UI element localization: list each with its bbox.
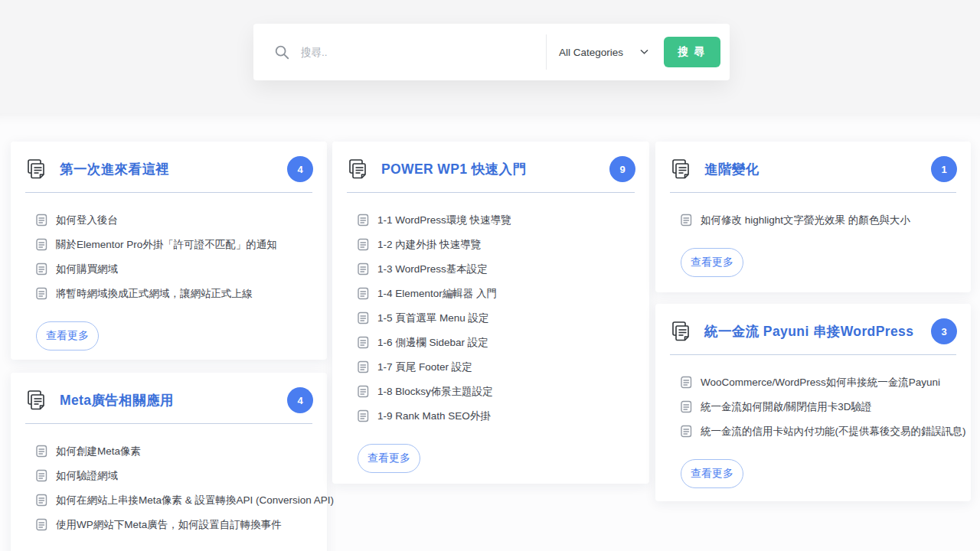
- document-pages-icon: [670, 321, 693, 342]
- article-list-item[interactable]: 統一金流的信用卡站內付功能(不提供幕後交易的錯誤訊息): [681, 425, 957, 438]
- document-pages-icon: [25, 158, 48, 180]
- article-list-item[interactable]: 如何在網站上串接Meta像素 & 設置轉換API (Conversion API…: [36, 494, 313, 507]
- card-title[interactable]: POWER WP1 快速入門: [381, 160, 526, 178]
- article-list: 如何創建Meta像素 如何驗證網域 如何在網站上串接Meta像素 & 設置轉換A…: [11, 424, 327, 531]
- view-more-button[interactable]: 查看更多: [681, 459, 743, 488]
- article-list-item[interactable]: 統一金流如何開啟/關閉信用卡3D驗證: [681, 400, 957, 413]
- article-count-badge: 3: [931, 318, 957, 344]
- article-list-item[interactable]: 使用WP網站下Meta廣告，如何設置自訂轉換事件: [36, 518, 313, 531]
- article-list-item[interactable]: 如何創建Meta像素: [36, 445, 313, 458]
- article-list-item[interactable]: 如何驗證網域: [36, 469, 313, 482]
- card-title[interactable]: 統一金流 Payuni 串接WordPress: [704, 322, 913, 341]
- article-title: 1-9 Rank Math SEO外掛: [377, 410, 491, 422]
- article-title: 使用WP網站下Meta廣告，如何設置自訂轉換事件: [56, 519, 282, 531]
- article-title: 1-2 內建外掛 快速導覽: [377, 239, 481, 251]
- category-card: Meta廣告相關應用 4 如何創建Meta像素 如何驗證網域: [11, 373, 327, 551]
- document-icon: [358, 214, 369, 227]
- article-list-item[interactable]: 1-6 側邊欄 Sidebar 設定: [358, 336, 635, 349]
- card-header: 統一金流 Payuni 串接WordPress 3: [655, 304, 971, 344]
- article-count-badge: 4: [287, 156, 313, 182]
- category-card: 第一次進來看這裡 4 如何登入後台 關於Elementor Pro外掛「許可證不…: [11, 142, 327, 360]
- view-more-button[interactable]: 查看更多: [36, 321, 99, 350]
- article-title: 關於Elementor Pro外掛「許可證不匹配」的通知: [56, 239, 277, 251]
- document-icon: [36, 445, 47, 458]
- document-pages-icon: [347, 158, 370, 180]
- article-list-item[interactable]: 1-2 內建外掛 快速導覽: [358, 238, 635, 251]
- search-icon: [273, 44, 290, 60]
- card-header: POWER WP1 快速入門 9: [332, 142, 649, 182]
- article-list-item[interactable]: 關於Elementor Pro外掛「許可證不匹配」的通知: [36, 238, 313, 251]
- article-list-item[interactable]: WooCommerce/WordPress如何串接統一金流Payuni: [681, 376, 957, 389]
- document-icon: [358, 336, 369, 349]
- article-title: 如何登入後台: [56, 214, 118, 227]
- article-title: 1-7 頁尾 Footer 設定: [377, 361, 472, 373]
- article-list-item[interactable]: 1-8 Blocksy佈景主題設定: [358, 385, 635, 398]
- article-list-item[interactable]: 1-3 WordPress基本設定: [358, 262, 635, 276]
- article-title: 如何購買網域: [56, 263, 118, 276]
- document-icon: [681, 214, 692, 227]
- article-title: 1-1 WordPress環境 快速導覽: [377, 214, 511, 227]
- document-icon: [36, 262, 47, 276]
- card-title[interactable]: Meta廣告相關應用: [60, 391, 174, 409]
- document-icon: [358, 262, 369, 276]
- document-icon: [358, 385, 369, 398]
- document-icon: [681, 400, 692, 413]
- document-icon: [681, 376, 692, 389]
- chevron-down-icon: [640, 49, 648, 55]
- article-title: WooCommerce/WordPress如何串接統一金流Payuni: [701, 377, 940, 389]
- article-list-item[interactable]: 1-5 頁首選單 Menu 設定: [358, 311, 635, 324]
- article-list: 1-1 WordPress環境 快速導覽 1-2 內建外掛 快速導覽 1-3 W…: [332, 193, 649, 422]
- category-card: 進階變化 1 如何修改 highlight文字螢光效果 的顏色與大小 查看更多: [655, 142, 971, 292]
- document-icon: [358, 409, 369, 422]
- category-card: 統一金流 Payuni 串接WordPress 3 WooCommerce/Wo…: [655, 304, 971, 501]
- document-icon: [36, 214, 47, 227]
- document-pages-icon: [25, 390, 48, 411]
- category-dropdown[interactable]: All Categories: [547, 47, 664, 58]
- article-count-badge: 4: [287, 387, 313, 413]
- view-more-button[interactable]: 查看更多: [681, 248, 743, 277]
- article-title: 1-6 側邊欄 Sidebar 設定: [377, 337, 488, 349]
- search-input[interactable]: [301, 47, 546, 58]
- article-list: WooCommerce/WordPress如何串接統一金流Payuni 統一金流…: [655, 355, 971, 438]
- search-submit-button[interactable]: 搜 尋: [664, 37, 720, 67]
- document-icon: [36, 518, 47, 531]
- card-title[interactable]: 進階變化: [704, 160, 760, 178]
- document-icon: [36, 238, 47, 251]
- article-title: 統一金流的信用卡站內付功能(不提供幕後交易的錯誤訊息): [701, 425, 966, 438]
- card-header: 進階變化 1: [655, 142, 971, 182]
- article-title: 如何創建Meta像素: [56, 445, 141, 458]
- article-title: 1-4 Elementor編輯器 入門: [377, 288, 497, 300]
- document-icon: [681, 425, 692, 438]
- article-list-item[interactable]: 如何購買網域: [36, 262, 313, 276]
- document-icon: [358, 287, 369, 300]
- document-icon: [358, 238, 369, 251]
- search-bar: All Categories 搜 尋: [253, 24, 730, 80]
- article-list-item[interactable]: 1-1 WordPress環境 快速導覽: [358, 214, 635, 227]
- article-list: 如何修改 highlight文字螢光效果 的顏色與大小: [655, 193, 971, 227]
- document-pages-icon: [670, 158, 693, 180]
- article-list-item[interactable]: 如何修改 highlight文字螢光效果 的顏色與大小: [681, 214, 957, 227]
- card-header: Meta廣告相關應用 4: [11, 373, 327, 413]
- category-dropdown-label: All Categories: [559, 47, 623, 58]
- document-icon: [358, 311, 369, 324]
- article-list-item[interactable]: 1-9 Rank Math SEO外掛: [358, 409, 635, 422]
- article-list-item[interactable]: 將暫時網域換成正式網域，讓網站正式上線: [36, 287, 313, 300]
- document-icon: [36, 494, 47, 507]
- article-title: 如何驗證網域: [56, 470, 118, 482]
- card-header: 第一次進來看這裡 4: [11, 142, 327, 182]
- article-title: 統一金流如何開啟/關閉信用卡3D驗證: [701, 401, 872, 413]
- card-title[interactable]: 第一次進來看這裡: [60, 160, 169, 178]
- category-card: POWER WP1 快速入門 9 1-1 WordPress環境 快速導覽 1-…: [332, 142, 649, 484]
- article-count-badge: 1: [931, 156, 957, 182]
- article-title: 如何在網站上串接Meta像素 & 設置轉換API (Conversion API…: [56, 494, 334, 507]
- article-list: 如何登入後台 關於Elementor Pro外掛「許可證不匹配」的通知 如何購買…: [11, 193, 327, 300]
- document-icon: [36, 287, 47, 300]
- article-title: 如何修改 highlight文字螢光效果 的顏色與大小: [701, 214, 910, 227]
- view-more-button[interactable]: 查看更多: [358, 444, 420, 473]
- article-list-item[interactable]: 1-7 頁尾 Footer 設定: [358, 360, 635, 373]
- article-title: 將暫時網域換成正式網域，讓網站正式上線: [56, 288, 253, 300]
- article-title: 1-3 WordPress基本設定: [377, 263, 488, 276]
- document-icon: [36, 469, 47, 482]
- article-list-item[interactable]: 1-4 Elementor編輯器 入門: [358, 287, 635, 300]
- article-list-item[interactable]: 如何登入後台: [36, 214, 313, 227]
